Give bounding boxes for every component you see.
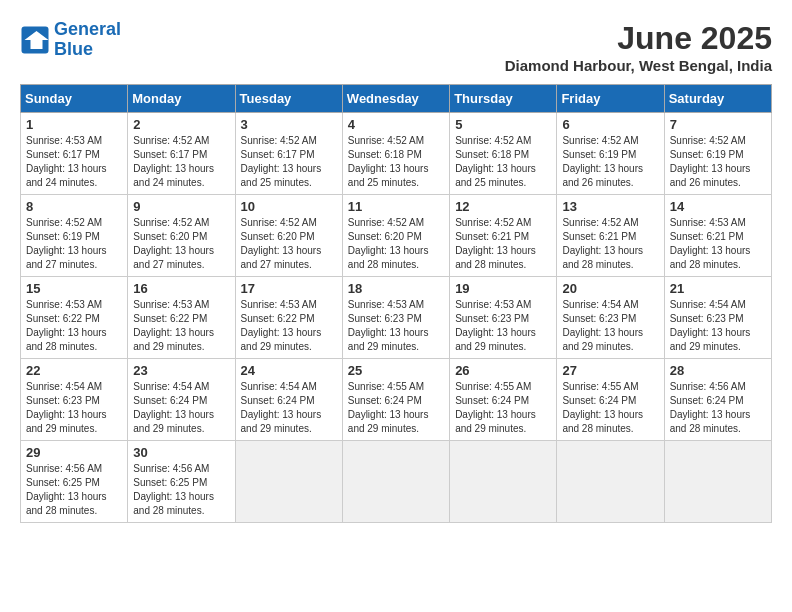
day-number: 11 (348, 199, 444, 214)
calendar-cell: 20Sunrise: 4:54 AMSunset: 6:23 PMDayligh… (557, 277, 664, 359)
calendar-cell: 9Sunrise: 4:52 AMSunset: 6:20 PMDaylight… (128, 195, 235, 277)
header-monday: Monday (128, 85, 235, 113)
calendar-cell: 5Sunrise: 4:52 AMSunset: 6:18 PMDaylight… (450, 113, 557, 195)
day-number: 1 (26, 117, 122, 132)
day-number: 13 (562, 199, 658, 214)
day-info: Sunrise: 4:52 AMSunset: 6:21 PMDaylight:… (562, 216, 658, 272)
calendar-cell: 3Sunrise: 4:52 AMSunset: 6:17 PMDaylight… (235, 113, 342, 195)
day-number: 22 (26, 363, 122, 378)
calendar-cell: 26Sunrise: 4:55 AMSunset: 6:24 PMDayligh… (450, 359, 557, 441)
day-number: 6 (562, 117, 658, 132)
day-info: Sunrise: 4:52 AMSunset: 6:17 PMDaylight:… (241, 134, 337, 190)
calendar-cell: 28Sunrise: 4:56 AMSunset: 6:24 PMDayligh… (664, 359, 771, 441)
weekday-header-row: Sunday Monday Tuesday Wednesday Thursday… (21, 85, 772, 113)
calendar-cell: 16Sunrise: 4:53 AMSunset: 6:22 PMDayligh… (128, 277, 235, 359)
day-info: Sunrise: 4:52 AMSunset: 6:20 PMDaylight:… (241, 216, 337, 272)
day-number: 25 (348, 363, 444, 378)
week-row-4: 22Sunrise: 4:54 AMSunset: 6:23 PMDayligh… (21, 359, 772, 441)
location-title: Diamond Harbour, West Bengal, India (505, 57, 772, 74)
day-info: Sunrise: 4:55 AMSunset: 6:24 PMDaylight:… (455, 380, 551, 436)
calendar-table: Sunday Monday Tuesday Wednesday Thursday… (20, 84, 772, 523)
day-info: Sunrise: 4:52 AMSunset: 6:18 PMDaylight:… (455, 134, 551, 190)
day-number: 14 (670, 199, 766, 214)
header-tuesday: Tuesday (235, 85, 342, 113)
calendar-cell: 27Sunrise: 4:55 AMSunset: 6:24 PMDayligh… (557, 359, 664, 441)
week-row-2: 8Sunrise: 4:52 AMSunset: 6:19 PMDaylight… (21, 195, 772, 277)
calendar-cell: 10Sunrise: 4:52 AMSunset: 6:20 PMDayligh… (235, 195, 342, 277)
day-info: Sunrise: 4:52 AMSunset: 6:18 PMDaylight:… (348, 134, 444, 190)
day-number: 18 (348, 281, 444, 296)
day-number: 3 (241, 117, 337, 132)
calendar-cell: 29Sunrise: 4:56 AMSunset: 6:25 PMDayligh… (21, 441, 128, 523)
calendar-cell (557, 441, 664, 523)
day-info: Sunrise: 4:53 AMSunset: 6:21 PMDaylight:… (670, 216, 766, 272)
calendar-cell: 7Sunrise: 4:52 AMSunset: 6:19 PMDaylight… (664, 113, 771, 195)
calendar-cell: 18Sunrise: 4:53 AMSunset: 6:23 PMDayligh… (342, 277, 449, 359)
day-info: Sunrise: 4:52 AMSunset: 6:17 PMDaylight:… (133, 134, 229, 190)
header-saturday: Saturday (664, 85, 771, 113)
day-number: 24 (241, 363, 337, 378)
day-number: 20 (562, 281, 658, 296)
day-number: 23 (133, 363, 229, 378)
calendar-cell: 19Sunrise: 4:53 AMSunset: 6:23 PMDayligh… (450, 277, 557, 359)
day-info: Sunrise: 4:54 AMSunset: 6:23 PMDaylight:… (26, 380, 122, 436)
week-row-5: 29Sunrise: 4:56 AMSunset: 6:25 PMDayligh… (21, 441, 772, 523)
day-info: Sunrise: 4:56 AMSunset: 6:24 PMDaylight:… (670, 380, 766, 436)
day-info: Sunrise: 4:52 AMSunset: 6:19 PMDaylight:… (26, 216, 122, 272)
day-number: 9 (133, 199, 229, 214)
calendar-cell: 23Sunrise: 4:54 AMSunset: 6:24 PMDayligh… (128, 359, 235, 441)
header-thursday: Thursday (450, 85, 557, 113)
week-row-3: 15Sunrise: 4:53 AMSunset: 6:22 PMDayligh… (21, 277, 772, 359)
calendar-cell (450, 441, 557, 523)
day-info: Sunrise: 4:56 AMSunset: 6:25 PMDaylight:… (26, 462, 122, 518)
calendar-cell: 6Sunrise: 4:52 AMSunset: 6:19 PMDaylight… (557, 113, 664, 195)
logo-icon (20, 25, 50, 55)
day-number: 17 (241, 281, 337, 296)
day-info: Sunrise: 4:54 AMSunset: 6:24 PMDaylight:… (241, 380, 337, 436)
day-info: Sunrise: 4:54 AMSunset: 6:24 PMDaylight:… (133, 380, 229, 436)
day-info: Sunrise: 4:53 AMSunset: 6:22 PMDaylight:… (133, 298, 229, 354)
day-number: 29 (26, 445, 122, 460)
day-info: Sunrise: 4:54 AMSunset: 6:23 PMDaylight:… (562, 298, 658, 354)
calendar-cell: 14Sunrise: 4:53 AMSunset: 6:21 PMDayligh… (664, 195, 771, 277)
calendar-cell: 12Sunrise: 4:52 AMSunset: 6:21 PMDayligh… (450, 195, 557, 277)
logo-text: General Blue (54, 20, 121, 60)
day-number: 4 (348, 117, 444, 132)
header-wednesday: Wednesday (342, 85, 449, 113)
calendar-cell: 8Sunrise: 4:52 AMSunset: 6:19 PMDaylight… (21, 195, 128, 277)
calendar-cell: 21Sunrise: 4:54 AMSunset: 6:23 PMDayligh… (664, 277, 771, 359)
calendar-cell: 17Sunrise: 4:53 AMSunset: 6:22 PMDayligh… (235, 277, 342, 359)
day-info: Sunrise: 4:53 AMSunset: 6:23 PMDaylight:… (348, 298, 444, 354)
day-number: 19 (455, 281, 551, 296)
day-number: 28 (670, 363, 766, 378)
calendar-cell: 15Sunrise: 4:53 AMSunset: 6:22 PMDayligh… (21, 277, 128, 359)
day-info: Sunrise: 4:54 AMSunset: 6:23 PMDaylight:… (670, 298, 766, 354)
day-number: 27 (562, 363, 658, 378)
month-year-title: June 2025 (505, 20, 772, 57)
day-number: 10 (241, 199, 337, 214)
day-number: 7 (670, 117, 766, 132)
title-area: June 2025 Diamond Harbour, West Bengal, … (505, 20, 772, 74)
calendar-cell: 11Sunrise: 4:52 AMSunset: 6:20 PMDayligh… (342, 195, 449, 277)
day-number: 30 (133, 445, 229, 460)
day-number: 8 (26, 199, 122, 214)
header-friday: Friday (557, 85, 664, 113)
calendar-cell: 4Sunrise: 4:52 AMSunset: 6:18 PMDaylight… (342, 113, 449, 195)
calendar-cell: 22Sunrise: 4:54 AMSunset: 6:23 PMDayligh… (21, 359, 128, 441)
day-info: Sunrise: 4:53 AMSunset: 6:17 PMDaylight:… (26, 134, 122, 190)
header-sunday: Sunday (21, 85, 128, 113)
calendar-cell: 30Sunrise: 4:56 AMSunset: 6:25 PMDayligh… (128, 441, 235, 523)
day-number: 26 (455, 363, 551, 378)
day-info: Sunrise: 4:52 AMSunset: 6:21 PMDaylight:… (455, 216, 551, 272)
day-number: 21 (670, 281, 766, 296)
day-number: 12 (455, 199, 551, 214)
day-number: 5 (455, 117, 551, 132)
calendar-cell: 2Sunrise: 4:52 AMSunset: 6:17 PMDaylight… (128, 113, 235, 195)
header: General Blue June 2025 Diamond Harbour, … (20, 20, 772, 74)
day-number: 2 (133, 117, 229, 132)
logo: General Blue (20, 20, 121, 60)
day-info: Sunrise: 4:53 AMSunset: 6:23 PMDaylight:… (455, 298, 551, 354)
day-info: Sunrise: 4:56 AMSunset: 6:25 PMDaylight:… (133, 462, 229, 518)
calendar-cell: 13Sunrise: 4:52 AMSunset: 6:21 PMDayligh… (557, 195, 664, 277)
week-row-1: 1Sunrise: 4:53 AMSunset: 6:17 PMDaylight… (21, 113, 772, 195)
